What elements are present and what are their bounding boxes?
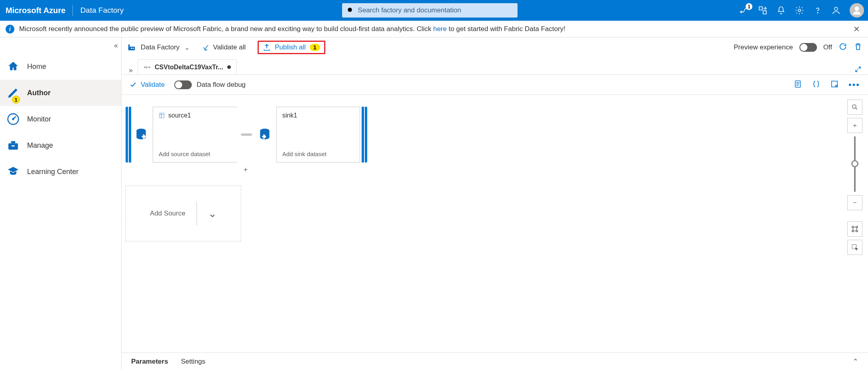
svg-rect-16 [133, 48, 134, 49]
sink-node[interactable]: sink1 Add sink dataset [276, 107, 360, 162]
svg-rect-15 [131, 48, 132, 49]
brand[interactable]: Microsoft Azure [6, 6, 65, 15]
gauge-icon [6, 112, 20, 126]
notifications-icon[interactable] [776, 6, 786, 15]
add-step-button[interactable]: ＋ [241, 165, 250, 174]
bottom-bar: Parameters Settings ⌃ [122, 352, 868, 370]
refresh-button[interactable] [838, 42, 847, 53]
zoom-thumb[interactable] [851, 160, 858, 167]
validate-label: Validate [141, 81, 165, 89]
zoom-out-button[interactable]: − [847, 195, 862, 210]
source-db-icon [132, 125, 150, 144]
svg-point-29 [852, 105, 856, 108]
bracket-icon [360, 107, 367, 162]
code-braces-icon[interactable] [812, 80, 821, 90]
sink-hint: Add sink dataset [282, 151, 354, 157]
tab-dataflow[interactable]: CSVtoDeltaC19VaxTr... [138, 59, 237, 74]
zoom-search-icon[interactable] [847, 100, 862, 115]
debug-label: Data flow debug [197, 81, 246, 89]
notice-text-after: to get started with Fabric Data Factory! [449, 25, 565, 33]
script-icon[interactable] [793, 80, 802, 90]
svg-rect-13 [12, 145, 15, 147]
svg-point-23 [836, 85, 837, 86]
topbar-right: 1 [740, 3, 864, 18]
search-box[interactable] [342, 3, 518, 18]
source-name: source1 [168, 112, 191, 119]
divider [197, 202, 197, 225]
service-name[interactable]: Data Factory [80, 6, 124, 15]
tabs-expand-icon[interactable]: » [124, 66, 138, 74]
nav-item-home[interactable]: Home [0, 53, 121, 80]
notice-close-icon[interactable]: ✕ [851, 24, 862, 34]
preview-state: Off [823, 43, 832, 51]
fit-to-screen-icon[interactable] [847, 221, 862, 237]
nav-item-learning[interactable]: Learning Center [0, 159, 121, 185]
notice-link[interactable]: here [433, 25, 447, 33]
preview-toggle[interactable] [799, 43, 817, 52]
action-row: Validate Data flow debug ••• [122, 75, 868, 95]
settings-panel-icon[interactable] [830, 80, 839, 90]
nav-item-label: Learning Center [27, 168, 79, 176]
toolbox-icon [6, 139, 20, 152]
help-icon[interactable] [813, 6, 823, 15]
upload-icon [263, 43, 271, 51]
tab-row: » CSVtoDeltaC19VaxTr... [122, 57, 868, 75]
unsaved-dot-icon [227, 65, 231, 69]
nav-item-author[interactable]: Author 1 [0, 80, 121, 106]
zoom-controls: ＋ − [847, 100, 862, 255]
chevron-up-icon[interactable]: ⌃ [852, 357, 858, 366]
debug-toggle[interactable] [174, 80, 192, 89]
nav-badge: 1 [12, 96, 20, 104]
preview-label: Preview experience [734, 43, 793, 51]
zoom-in-button[interactable]: ＋ [847, 118, 862, 133]
nav-item-label: Monitor [27, 115, 51, 123]
bottom-tab-parameters[interactable]: Parameters [131, 358, 168, 366]
svg-point-0 [348, 8, 352, 12]
topbar: Microsoft Azure Data Factory 1 [0, 0, 868, 21]
svg-point-10 [12, 118, 14, 120]
nav-item-manage[interactable]: Manage [0, 132, 121, 159]
source-node[interactable]: source1 Add source dataset [153, 107, 236, 162]
publish-all-label: Publish all [275, 43, 306, 51]
svg-rect-12 [11, 141, 16, 143]
feedback-icon[interactable] [831, 6, 841, 15]
maximize-icon[interactable] [854, 66, 868, 74]
diagnostics-icon[interactable]: 1 [740, 6, 749, 15]
validate-all-label: Validate all [213, 43, 246, 51]
debug-toggle-group: Data flow debug [174, 80, 246, 89]
tab-title: CSVtoDeltaC19VaxTr... [155, 64, 223, 71]
collapse-nav-icon[interactable]: « [114, 41, 116, 50]
canvas[interactable]: source1 Add source dataset sink1 Add sin… [122, 95, 868, 352]
add-source-button[interactable]: Add Source ⌄ [126, 186, 241, 241]
svg-rect-31 [853, 227, 857, 231]
info-icon: i [6, 25, 14, 33]
multiselect-icon[interactable] [847, 240, 862, 255]
validate-button[interactable]: Validate [130, 81, 165, 89]
avatar[interactable] [850, 3, 864, 18]
chevron-down-icon: ⌄ [208, 208, 217, 220]
publish-all-button[interactable]: Publish all 1 [258, 41, 325, 54]
zoom-slider[interactable] [854, 136, 856, 192]
main: Data Factory ⌄ Validate all Publish all … [122, 37, 868, 370]
more-icon[interactable]: ••• [848, 80, 860, 90]
nav-item-label: Home [27, 63, 46, 71]
validate-all-button[interactable]: Validate all [202, 43, 246, 51]
sink-name: sink1 [282, 112, 297, 119]
factory-label: Data Factory [141, 43, 179, 51]
search-icon [347, 7, 354, 14]
nav-item-monitor[interactable]: Monitor [0, 106, 121, 132]
connector [236, 133, 256, 136]
nav-item-label: Manage [27, 141, 53, 150]
search-input[interactable] [358, 6, 513, 14]
source-hint: Add source dataset [159, 151, 230, 157]
chevron-down-icon: ⌄ [184, 43, 190, 52]
notice-message: Microsoft recently announced the public … [19, 25, 846, 33]
bottom-tab-settings[interactable]: Settings [181, 358, 205, 366]
switch-directory-icon[interactable] [758, 6, 768, 15]
settings-icon[interactable] [795, 6, 804, 15]
factory-icon [127, 43, 136, 52]
delete-button[interactable] [854, 42, 862, 53]
factory-selector[interactable]: Data Factory ⌄ [127, 43, 190, 52]
svg-point-5 [798, 9, 801, 12]
notice-text-before: Microsoft recently announced the public … [19, 25, 433, 33]
